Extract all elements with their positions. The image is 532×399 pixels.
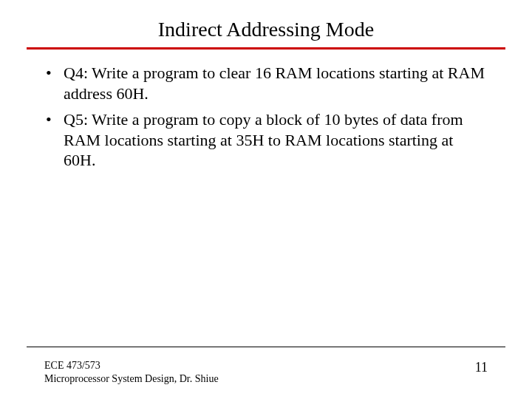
page-number: 11 [475, 359, 488, 376]
course-title: Microprocessor System Design, Dr. Shiue [44, 372, 219, 386]
slide: Indirect Addressing Mode Q4: Write a pro… [0, 0, 532, 399]
slide-title: Indirect Addressing Mode [0, 18, 532, 41]
title-area: Indirect Addressing Mode [0, 0, 532, 41]
body-content: Q4: Write a program to clear 16 RAM loca… [0, 50, 532, 171]
footer-left: ECE 473/573 Microprocessor System Design… [44, 359, 219, 386]
list-item: Q5: Write a program to copy a block of 1… [44, 109, 488, 171]
footer-divider [27, 347, 505, 347]
footer: ECE 473/573 Microprocessor System Design… [44, 359, 488, 386]
list-item: Q4: Write a program to clear 16 RAM loca… [44, 63, 488, 103]
bullet-list: Q4: Write a program to clear 16 RAM loca… [44, 63, 488, 171]
bullet-text: Q4: Write a program to clear 16 RAM loca… [64, 64, 485, 103]
bullet-text: Q5: Write a program to copy a block of 1… [64, 110, 463, 169]
course-code: ECE 473/573 [44, 359, 219, 372]
